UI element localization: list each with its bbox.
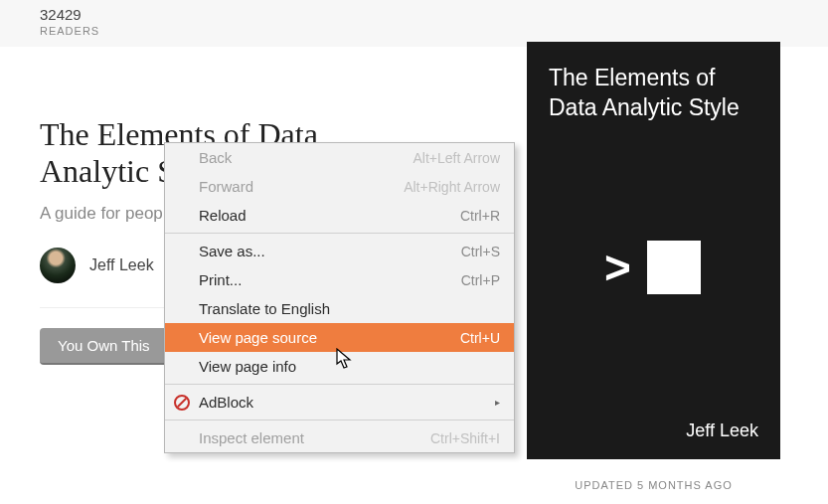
author-avatar[interactable] (40, 248, 76, 283)
readers-count: 32429 (40, 6, 828, 23)
menu-inspect-label: Inspect element (199, 429, 304, 446)
menu-print-shortcut: Ctrl+P (461, 272, 500, 288)
adblock-icon (174, 395, 190, 411)
book-title-line2: Data Analytic Style (549, 94, 740, 120)
submenu-arrow-icon: ▸ (495, 397, 500, 408)
menu-reload[interactable]: Reload Ctrl+R (165, 201, 514, 230)
book-cover[interactable]: The Elements of Data Analytic Style > Je… (527, 42, 780, 459)
menu-reload-shortcut: Ctrl+R (460, 208, 500, 224)
menu-view-source-shortcut: Ctrl+U (460, 330, 500, 346)
menu-print-label: Print... (199, 271, 242, 288)
menu-view-source-label: View page source (199, 329, 317, 346)
book-title-line1: The Elements of (549, 65, 715, 90)
menu-view-page-source[interactable]: View page source Ctrl+U (165, 323, 514, 352)
menu-translate[interactable]: Translate to English (165, 294, 514, 323)
menu-translate-label: Translate to English (199, 300, 330, 317)
menu-reload-label: Reload (199, 207, 247, 224)
menu-forward-label: Forward (199, 178, 253, 195)
menu-inspect-shortcut: Ctrl+Shift+I (430, 430, 500, 446)
you-own-this-button[interactable]: You Own This (40, 328, 168, 365)
menu-back[interactable]: Back Alt+Left Arrow (165, 143, 514, 172)
menu-adblock-label: AdBlock (199, 394, 253, 411)
stats-bar: 32429 READERS (0, 0, 828, 47)
square-icon (647, 241, 701, 294)
menu-print[interactable]: Print... Ctrl+P (165, 265, 514, 294)
readers-label: READERS (40, 25, 828, 37)
menu-back-label: Back (199, 149, 232, 166)
menu-view-info-label: View page info (199, 358, 296, 375)
menu-forward[interactable]: Forward Alt+Right Arrow (165, 172, 514, 201)
book-cover-author: Jeff Leek (686, 420, 758, 441)
menu-inspect-element[interactable]: Inspect element Ctrl+Shift+I (165, 423, 514, 452)
greater-than-icon: > (604, 241, 631, 294)
book-sidebar: The Elements of Data Analytic Style > Je… (527, 42, 780, 491)
book-cover-title: The Elements of Data Analytic Style (549, 64, 758, 123)
updated-label: UPDATED 5 MONTHS AGO (527, 479, 780, 491)
menu-back-shortcut: Alt+Left Arrow (413, 150, 500, 166)
menu-forward-shortcut: Alt+Right Arrow (404, 179, 500, 195)
context-menu: Back Alt+Left Arrow Forward Alt+Right Ar… (164, 142, 515, 453)
menu-save-as-label: Save as... (199, 243, 265, 259)
menu-save-as[interactable]: Save as... Ctrl+S (165, 237, 514, 265)
author-name[interactable]: Jeff Leek (89, 256, 154, 274)
book-cover-symbol: > (604, 241, 701, 294)
menu-adblock[interactable]: AdBlock ▸ (165, 388, 514, 417)
menu-separator (165, 420, 514, 420)
menu-separator (165, 233, 514, 234)
menu-view-page-info[interactable]: View page info (165, 352, 514, 381)
menu-save-as-shortcut: Ctrl+S (461, 244, 500, 259)
menu-separator (165, 384, 514, 385)
